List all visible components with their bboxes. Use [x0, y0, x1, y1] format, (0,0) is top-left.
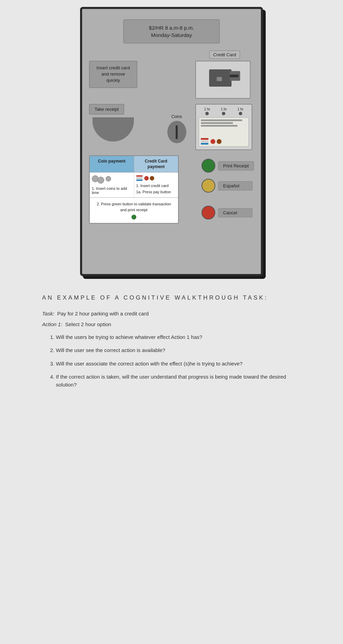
- top-section: Insert credit card and remove quickly Cr…: [89, 50, 254, 99]
- coins-section: Coins: [161, 114, 192, 143]
- bottom-step-text: 2. Press green button to validate transa…: [97, 202, 171, 212]
- espanol-row: Español: [202, 179, 254, 193]
- mini-stripe-blue: [136, 179, 143, 181]
- card-chip: [217, 77, 222, 81]
- cancel-button[interactable]: [202, 206, 215, 219]
- flag-stripe-red: [201, 138, 208, 140]
- machine-wrapper: $2/HR 8 a.m-8 p.m. Monday-Saturday Inser…: [80, 7, 263, 276]
- card-body: [209, 69, 232, 87]
- credit-card-slot[interactable]: [195, 61, 251, 99]
- card-slot-inner: [206, 66, 240, 94]
- time-buttons-row: 1 hr 1 hr 1 hr: [199, 107, 249, 115]
- receipt-line-1: [201, 119, 242, 121]
- instructions-body: 1. Insert coins to add time: [90, 172, 178, 197]
- take-receipt-label: Take receipt: [89, 104, 124, 115]
- time-btn-3[interactable]: 1 hr: [237, 107, 243, 115]
- parking-meter: $2/HR 8 a.m-8 p.m. Monday-Saturday Inser…: [80, 7, 263, 276]
- text-content: AN EXAMPLE OF A COGNITIVE WALKTHROUGH TA…: [42, 293, 301, 394]
- card-logos: [210, 139, 222, 144]
- coin-slot[interactable]: [167, 121, 186, 143]
- instructions-panel: Coin payment Credit Card payment 1. Inse…: [89, 155, 179, 224]
- card-step1: 1. Insert credit card: [136, 184, 176, 188]
- insert-card-label: Insert credit card and remove quickly: [89, 61, 137, 88]
- bottom-section: Coin payment Credit Card payment 1. Inse…: [89, 155, 254, 229]
- credit-card-section: Credit Card: [195, 50, 254, 99]
- espanol-label: Español: [218, 181, 253, 191]
- cancel-label: Cancel: [218, 208, 253, 217]
- right-buttons: Print Receipt Español Cancel: [202, 159, 254, 219]
- time-btn-label-2: 1 hr: [221, 107, 227, 111]
- coin-icons: [92, 175, 132, 184]
- card-step1a: 1a. Press pay button: [136, 190, 176, 194]
- task-text: Pay for 2 hour parking with a credit car…: [57, 311, 149, 316]
- time-btn-dot-2: [222, 112, 225, 115]
- page-container: $2/HR 8 a.m-8 p.m. Monday-Saturday Inser…: [0, 0, 343, 408]
- receipt-tray: [92, 117, 134, 142]
- flag-icon: [201, 138, 208, 145]
- coin-col: 1. Insert coins to add time: [90, 173, 134, 197]
- instructions-bottom: 2. Press green button to validate transa…: [90, 197, 178, 223]
- receipt-line-2: [201, 122, 233, 124]
- question-2: Will the user see the correct action is …: [56, 347, 301, 354]
- coin-payment-header: Coin payment: [90, 156, 134, 172]
- section-title: AN EXAMPLE OF A COGNITIVE WALKTHROUGH TA…: [42, 293, 301, 302]
- receipt-line-3: [201, 125, 237, 127]
- right-middle: 1 hr 1 hr 1 hr: [195, 104, 254, 150]
- question-4: If the correct action is taken, will the…: [56, 373, 301, 389]
- green-dot-small: [131, 215, 136, 219]
- mini-stripe-red: [136, 175, 143, 177]
- card-circle-red: [210, 139, 215, 144]
- questions-list: Will the users be trying to achieve what…: [42, 333, 301, 389]
- action-label-text: Action 1:: [42, 321, 62, 327]
- flag-stripe-blue: [201, 143, 208, 145]
- instructions-header: Coin payment Credit Card payment: [90, 156, 178, 172]
- coin-step1: 1. Insert coins to add time: [92, 186, 132, 195]
- print-receipt-button[interactable]: [202, 159, 215, 173]
- mini-circle-red: [144, 176, 149, 180]
- time-btn-label-3: 1 hr: [237, 107, 243, 111]
- card-payment-header: Credit Card payment: [134, 156, 178, 172]
- question-1: Will the users be trying to achieve what…: [56, 333, 301, 341]
- card-icons-row: [136, 175, 176, 181]
- time-selector: 1 hr 1 hr 1 hr: [195, 104, 252, 150]
- card-col: 1. Insert credit card 1a. Press pay butt…: [134, 173, 178, 197]
- mini-circles: [144, 176, 154, 180]
- print-receipt-label: Print Receipt: [218, 161, 254, 170]
- coin-slot-line: [176, 125, 178, 139]
- coin-small: [106, 176, 111, 182]
- time-btn-dot-3: [239, 112, 242, 115]
- cancel-row: Cancel: [202, 206, 254, 219]
- mini-stripe-white: [136, 177, 143, 179]
- task-label: Task:: [42, 311, 54, 316]
- mini-circle-brown: [150, 176, 154, 180]
- time-btn-label-1: 1 hr: [204, 107, 210, 111]
- left-middle: Take receipt: [89, 104, 158, 142]
- middle-section: Take receipt Coins 1 hr: [89, 104, 254, 150]
- action-text: Select 2 hour option: [65, 321, 111, 327]
- coin-medium: [97, 177, 104, 184]
- card-reader-slot: [230, 75, 238, 77]
- receipt-lines: [201, 119, 247, 127]
- receipt-display: [199, 117, 249, 147]
- time-btn-2[interactable]: 1 hr: [221, 107, 227, 115]
- mini-flag: [136, 175, 143, 181]
- coins-label: Coins: [172, 114, 182, 119]
- flag-stripe-white: [201, 140, 208, 142]
- question-3: Will the user associate the correct acti…: [56, 360, 301, 368]
- espanol-button[interactable]: [202, 179, 215, 193]
- price-display: $2/HR 8 a.m-8 p.m. Monday-Saturday: [123, 19, 220, 43]
- time-btn-1[interactable]: 1 hr: [204, 107, 210, 115]
- credit-card-label: Credit Card: [209, 50, 240, 59]
- time-btn-dot-1: [205, 112, 209, 115]
- task-line: Task: Pay for 2 hour parking with a cred…: [42, 311, 301, 316]
- receipt-icons-row: [201, 138, 247, 145]
- print-receipt-row: Print Receipt: [202, 159, 254, 173]
- card-circle-brown: [217, 139, 222, 144]
- action-line: Action 1: Select 2 hour option: [42, 321, 301, 327]
